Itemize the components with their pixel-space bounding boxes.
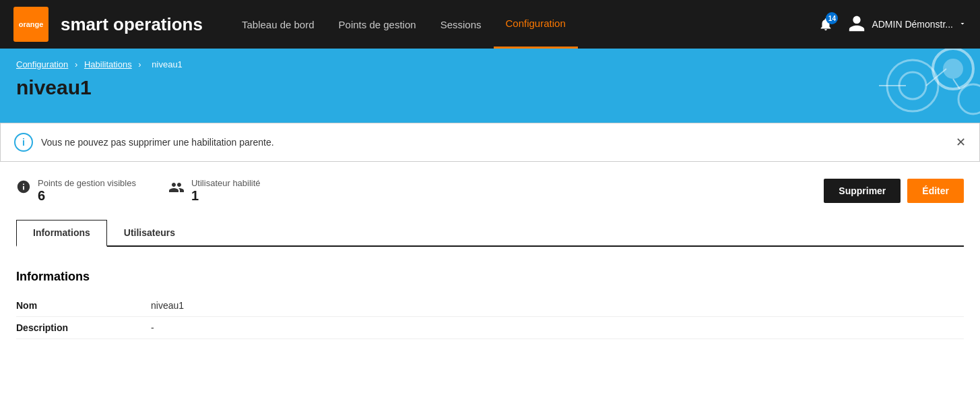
nav-configuration[interactable]: Configuration bbox=[494, 0, 578, 49]
svg-point-4 bbox=[958, 84, 980, 114]
app-title: smart operations bbox=[61, 14, 203, 35]
nav-links: Tableau de bord Points de gestion Sessio… bbox=[230, 0, 815, 49]
svg-line-6 bbox=[926, 69, 946, 86]
stat-points: Points de gestion visibles 6 bbox=[16, 178, 136, 204]
logo[interactable]: orange bbox=[13, 7, 48, 42]
section-title-informations: Informations bbox=[16, 270, 964, 284]
info-label-description: Description bbox=[16, 322, 151, 333]
supprimer-button[interactable]: Supprimer bbox=[824, 179, 901, 203]
stat-users-value: 1 bbox=[191, 188, 261, 204]
tab-utilisateurs[interactable]: Utilisateurs bbox=[107, 220, 192, 245]
info-table: Nom niveau1 Description - bbox=[16, 295, 964, 339]
notifications-bell[interactable]: 14 bbox=[815, 13, 837, 35]
breadcrumb-separator-2: › bbox=[138, 59, 143, 69]
stat-users-label: Utilisateur habilité bbox=[191, 178, 261, 188]
user-icon bbox=[847, 14, 866, 35]
info-row-nom: Nom niveau1 bbox=[16, 295, 964, 317]
top-navigation: orange smart operations Tableau de bord … bbox=[0, 0, 980, 49]
chevron-down-icon bbox=[958, 19, 967, 30]
main-content: Points de gestion visibles 6 Utilisateur… bbox=[0, 162, 980, 346]
notification-badge: 14 bbox=[826, 12, 838, 24]
stat-points-label: Points de gestion visibles bbox=[38, 178, 136, 188]
header-section: Configuration › Habilitations › niveau1 … bbox=[0, 49, 980, 123]
info-label-nom: Nom bbox=[16, 300, 151, 311]
info-value-nom: niveau1 bbox=[151, 300, 184, 311]
alert-message: Vous ne pouvez pas supprimer une habilit… bbox=[41, 137, 948, 148]
breadcrumb-current: niveau1 bbox=[152, 59, 183, 69]
info-row-description: Description - bbox=[16, 317, 964, 339]
stat-points-info: Points de gestion visibles 6 bbox=[38, 178, 136, 204]
alert-info-icon: i bbox=[14, 133, 33, 152]
nav-right: 14 ADMIN Démonstr... bbox=[815, 13, 967, 35]
nav-tableau-de-bord[interactable]: Tableau de bord bbox=[230, 0, 327, 49]
tab-content-informations: Informations Nom niveau1 Description - bbox=[16, 263, 964, 346]
alert-bar: i Vous ne pouvez pas supprimer une habil… bbox=[0, 123, 980, 162]
info-circle-icon bbox=[16, 179, 31, 198]
logo-text: orange bbox=[19, 20, 44, 28]
editer-button[interactable]: Éditer bbox=[907, 179, 964, 203]
breadcrumb-separator-1: › bbox=[75, 59, 80, 69]
stat-points-value: 6 bbox=[38, 188, 136, 204]
stats-row: Points de gestion visibles 6 Utilisateur… bbox=[16, 178, 964, 204]
breadcrumb-habilitations[interactable]: Habilitations bbox=[84, 59, 132, 69]
alert-close-button[interactable]: ✕ bbox=[956, 135, 966, 150]
users-icon bbox=[168, 179, 185, 199]
user-menu[interactable]: ADMIN Démonstr... bbox=[847, 14, 967, 35]
nav-points-de-gestion[interactable]: Points de gestion bbox=[327, 0, 428, 49]
tab-informations[interactable]: Informations bbox=[16, 220, 107, 247]
user-name: ADMIN Démonstr... bbox=[872, 19, 953, 30]
stat-users-info: Utilisateur habilité 1 bbox=[191, 178, 261, 204]
info-value-description: - bbox=[151, 322, 154, 333]
action-buttons: Supprimer Éditer bbox=[824, 179, 964, 203]
stat-users: Utilisateur habilité 1 bbox=[168, 178, 261, 204]
breadcrumb-configuration[interactable]: Configuration bbox=[16, 59, 68, 69]
tabs: Informations Utilisateurs bbox=[16, 220, 964, 247]
decorative-circles bbox=[778, 49, 980, 123]
nav-sessions[interactable]: Sessions bbox=[428, 0, 494, 49]
